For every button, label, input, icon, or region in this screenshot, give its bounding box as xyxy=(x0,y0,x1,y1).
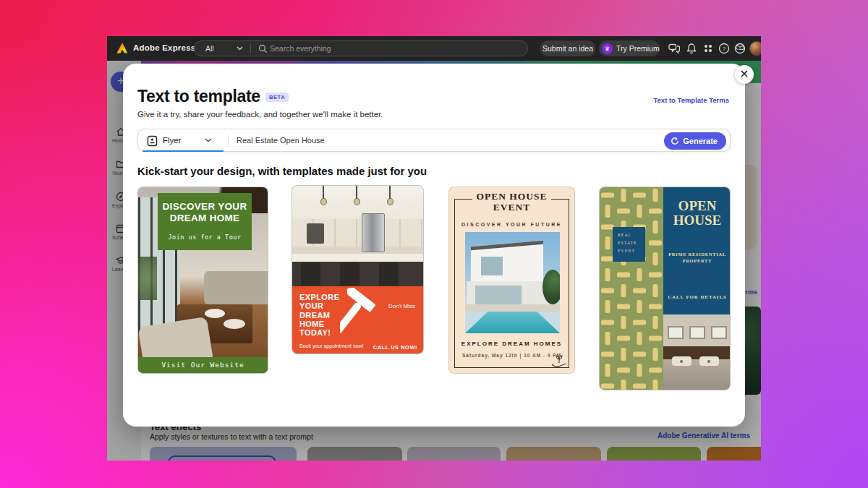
user-avatar[interactable] xyxy=(749,41,761,56)
flyer-tagline: DISCOVER YOUR FUTURE xyxy=(449,222,574,227)
basketweave-pattern xyxy=(600,187,663,390)
adobe-express-window: Adobe Express All Search everything Subm… xyxy=(107,36,761,461)
close-icon xyxy=(741,70,748,77)
hammer-icon xyxy=(340,288,385,348)
search-category-value: All xyxy=(205,44,214,53)
search-input[interactable]: Search everything xyxy=(270,44,331,53)
creative-cloud-icon[interactable] xyxy=(734,43,746,54)
template-card-open-house-event[interactable]: OPEN HOUSE EVENT DISCOVER YOUR FUTURE EX… xyxy=(448,187,575,374)
crown-icon: ♛ xyxy=(602,43,613,54)
search-category-dropdown[interactable]: All xyxy=(195,41,250,56)
flyer-headline-block: DISCOVER YOUR DREAM HOME Join us for a T… xyxy=(158,193,252,250)
flyer-caption: EXPLORE DREAM HOMES xyxy=(449,341,574,347)
template-card-discover-dream-home[interactable]: DISCOVER YOUR DREAM HOME Join us for a T… xyxy=(137,187,268,374)
prompt-input-bar[interactable]: Flyer Real Estate Open House Generate xyxy=(137,129,731,152)
suggestions-heading: Kick-start your design, with templates m… xyxy=(137,165,427,177)
divider xyxy=(228,134,229,147)
flyer-title: OPEN HOUSE xyxy=(663,199,731,228)
top-app-bar: Adobe Express All Search everything Subm… xyxy=(107,36,761,61)
template-card-explore-dream-home[interactable]: EXPLORE YOUR DREAM HOME TODAY! Don't M xyxy=(292,185,424,354)
desktop-background: Adobe Express All Search everything Subm… xyxy=(0,0,868,488)
modern-house-photo xyxy=(465,232,560,333)
dropdown-focus-underline xyxy=(142,150,224,153)
brand-name: Adobe Express xyxy=(133,43,195,52)
text-to-template-terms-link[interactable]: Text to Template Terms xyxy=(653,96,729,104)
feedback-chat-icon[interactable] xyxy=(668,43,680,54)
beta-badge: BETA xyxy=(265,93,289,102)
basketweave-pattern-panel xyxy=(600,187,663,390)
generate-sparkle-icon xyxy=(670,136,680,146)
apps-grid-icon[interactable] xyxy=(702,43,714,54)
prompt-text-input[interactable]: Real Estate Open House xyxy=(237,136,325,145)
chevron-down-icon xyxy=(237,46,243,51)
notifications-bell-icon[interactable] xyxy=(686,43,697,54)
divider xyxy=(250,43,251,53)
flyer-cta: CALL FOR DETAILS xyxy=(663,294,731,299)
flyer-type-icon xyxy=(147,135,158,147)
flyer-teal-panel: OPEN HOUSE PRIME RESIDENTIAL PROPERTY CA… xyxy=(663,187,731,314)
modal-title: Text to template xyxy=(137,87,260,106)
flyer-title: OPEN HOUSE EVENT xyxy=(449,192,574,213)
search-icon xyxy=(258,44,268,53)
adobe-express-logo-icon xyxy=(116,42,129,54)
real-estate-event-badge: REAL ESTATE EVENT xyxy=(613,227,645,262)
flyer-subtitle: PRIME RESIDENTIAL PROPERTY xyxy=(663,251,731,265)
flyer-footer-bar: Visit Our Website xyxy=(138,357,268,373)
svg-text:?: ? xyxy=(723,46,726,52)
kitchen-photo xyxy=(292,186,424,286)
flyer-orange-block: EXPLORE YOUR DREAM HOME TODAY! Don't M xyxy=(292,286,424,354)
modal-subtitle: Give it a try, share your feedback, and … xyxy=(137,110,383,119)
close-modal-button[interactable] xyxy=(735,65,754,84)
template-card-open-house-prime[interactable]: REAL ESTATE EVENT OPEN HOUSE PRIME RESID… xyxy=(599,187,731,390)
text-to-template-modal: Text to template BETA Text to Template T… xyxy=(123,64,745,427)
bedroom-photo xyxy=(663,314,731,390)
generate-button[interactable]: Generate xyxy=(664,132,726,150)
try-premium-button[interactable]: ♛ Try Premium xyxy=(599,40,660,56)
chevron-down-icon[interactable] xyxy=(205,138,212,142)
hand-plant-icon xyxy=(550,354,568,369)
submit-an-idea-button[interactable]: Submit an idea xyxy=(540,40,595,56)
search-bar[interactable]: All Search everything xyxy=(194,40,528,56)
help-icon[interactable]: ? xyxy=(718,43,730,54)
template-type-dropdown-value[interactable]: Flyer xyxy=(163,136,182,145)
